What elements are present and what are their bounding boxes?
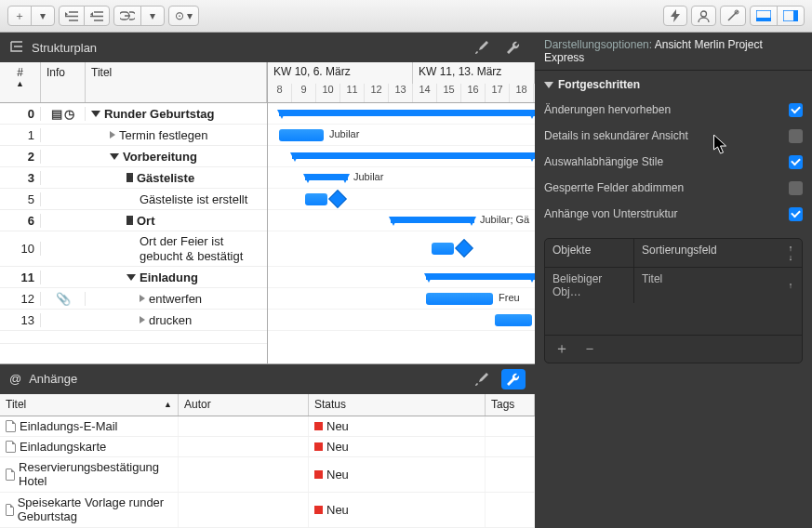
indent-out-button[interactable] [59,6,85,26]
add-button[interactable]: ＋ [7,6,32,26]
task-bar[interactable] [495,314,532,326]
disclosure-right-icon[interactable] [126,173,133,182]
doc-icon [6,420,16,432]
outline-row[interactable]: 1Termin festlegen [0,125,267,146]
opt-selection-styles[interactable]: Auswahlabhängige Stile [544,149,803,175]
attachment-row[interactable]: Einladungs-E-MailNeu [0,416,535,437]
bar-label: Jubilar [329,128,359,139]
checkbox-on-icon[interactable] [789,155,803,169]
gantt-body[interactable]: Jubilar Jubilar Jubilar; Gä Freu [268,103,535,363]
add-menu-button[interactable]: ▾ [31,6,55,26]
indent-in-button[interactable] [84,6,110,26]
attachment-row[interactable]: EinladungskarteNeu [0,437,535,457]
disclosure-down-icon[interactable] [91,111,100,117]
status-dot [314,442,323,451]
checkbox-off-icon[interactable] [789,129,803,143]
checkbox-on-icon[interactable] [789,103,803,117]
doc-icon [6,441,16,453]
bar-label: Freu [499,292,520,303]
outline-row[interactable]: 5Gästeliste ist erstellt [0,189,267,210]
more-button[interactable]: ⊙ ▾ [168,6,199,26]
opt-dim-locked[interactable]: Gesperrte Felder abdimmen [544,175,803,201]
checkbox-on-icon[interactable] [789,207,803,221]
milestone[interactable] [328,190,347,208]
day-col: 15 [437,84,461,102]
bar-label: Jubilar; Gä [480,214,529,225]
att-col-tags[interactable]: Tags [486,394,535,416]
summary-bar[interactable] [305,174,348,180]
task-bar[interactable] [432,243,454,255]
outline-row[interactable]: 12📎entwerfen [0,288,267,310]
att-col-status[interactable]: Status [309,394,486,416]
outline-row[interactable]: 10Ort der Feier ist gebucht & bestätigt [0,231,267,267]
disclosure-down-icon[interactable] [126,274,136,281]
user-button[interactable] [691,6,716,26]
th-sortfield[interactable]: Sortierungsfeld [634,239,779,267]
doc-icon [6,469,15,481]
disclosure-down-icon [544,82,553,88]
summary-bar[interactable] [426,273,535,280]
outline-row[interactable]: 0 ▤◷ Runder Geburtstag [0,103,267,125]
add-row-button[interactable]: ＋ [554,339,569,359]
day-col: 14 [413,84,437,102]
summary-bar[interactable] [292,152,535,159]
col-title[interactable]: Titel [86,62,267,102]
task-bar[interactable] [279,129,324,141]
tools-button[interactable] [720,6,746,26]
remove-row-button[interactable]: － [582,339,597,359]
attachments-header: Titel▲ Autor Status Tags [0,394,535,416]
milestone[interactable] [455,239,473,257]
summary-bar[interactable] [279,110,535,116]
col-number[interactable]: #▲ [0,62,41,102]
task-bar[interactable] [426,293,493,305]
checkbox-off-icon[interactable] [789,181,803,195]
attachments-label: Anhänge [29,372,77,386]
day-col: 11 [340,84,365,102]
structure-label: Strukturplan [32,41,97,55]
outline-row[interactable]: 3Gästeliste [0,167,267,189]
structure-icon [9,40,24,56]
day-col: 17 [486,84,510,102]
attachment-row[interactable]: Speisekarte Vorlage runder GeburtstagNeu [0,493,535,528]
status-dot [314,506,323,514]
outline-row[interactable]: 6Ort [0,210,267,231]
layout-b-button[interactable] [777,6,805,26]
status-dot [314,470,323,479]
attachments-rows: Einladungs-E-MailNeu EinladungskarteNeu … [0,416,535,528]
opt-details-secondary[interactable]: Details in sekundärer Ansicht [544,123,803,149]
outline-row[interactable]: 2Vorbereitung [0,146,267,167]
disclosure-down-icon[interactable] [110,153,119,160]
att-col-title[interactable]: Titel▲ [0,394,179,416]
outline-row[interactable]: 11Einladung [0,267,267,288]
day-col: 16 [461,84,486,102]
leaf-icon [140,295,145,302]
task-bar[interactable] [305,193,327,205]
disclosure-right-icon[interactable] [126,216,133,225]
att-col-author[interactable]: Autor [179,394,309,416]
opt-substructure-attachments[interactable]: Anhänge von Unterstruktur [544,201,803,227]
brush-icon[interactable] [470,369,494,389]
week-label: KW 11, 13. März [413,62,535,84]
clip-icon: @ [9,372,21,386]
day-col: 18 [510,84,534,102]
link-button[interactable] [113,6,141,26]
col-info[interactable]: Info [41,62,86,102]
wrench-icon[interactable] [501,37,526,58]
sort-row[interactable]: Beliebiger Obj… Titel ↑ [545,268,802,303]
svg-rect-3 [756,18,771,21]
brush-icon[interactable] [470,37,494,58]
outline-row[interactable]: 13drucken [0,310,267,331]
action-button[interactable] [663,6,687,26]
wrench-icon[interactable] [501,369,526,389]
day-col: 12 [365,84,389,102]
section-advanced[interactable]: Fortgeschritten [544,78,803,91]
day-col: 8 [268,84,292,102]
sort-arrows-icon[interactable]: ↑↓ [779,239,802,267]
attachment-row[interactable]: Reservierungsbestätigung HotelNeu [0,457,535,493]
th-objects[interactable]: Objekte [545,239,634,267]
opt-highlight-changes[interactable]: Änderungen hervorheben [544,97,803,123]
structure-section-bar: Strukturplan [0,33,535,62]
link-menu-button[interactable]: ▾ [140,6,165,26]
layout-a-button[interactable] [750,6,778,26]
summary-bar[interactable] [391,217,474,223]
